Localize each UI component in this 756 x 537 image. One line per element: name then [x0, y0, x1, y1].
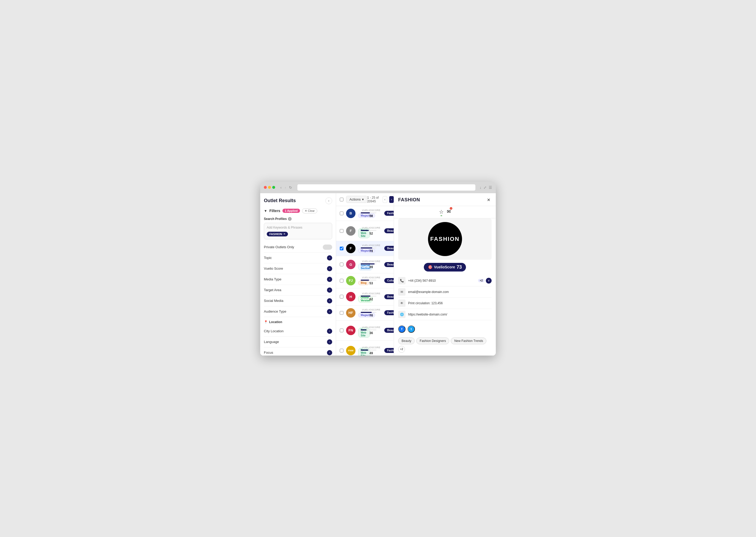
twitter-button[interactable]: t: [408, 325, 415, 333]
focus-chevron: ›: [327, 350, 332, 355]
vs-bar: [361, 329, 367, 330]
vs-number: 58: [361, 214, 382, 218]
outlet-checkbox[interactable]: [340, 329, 343, 332]
vs-label: VuelioScore: [361, 209, 382, 212]
outlet-checkbox[interactable]: [340, 295, 343, 299]
remove-keyword-button[interactable]: ✕: [283, 232, 285, 235]
outlet-row[interactable]: H HELLO! fashion Online Version VuelioSc…: [336, 288, 394, 306]
vs-bar: [361, 296, 371, 297]
filter-audience-type[interactable]: Audience Type ›: [264, 306, 332, 317]
panel-tag-fashion-designers[interactable]: Fashion Designers: [416, 338, 449, 344]
target-area-chevron: ›: [327, 287, 332, 293]
fashion-keyword-tag: FASHION ✕: [267, 232, 288, 236]
topic-tag: Fashion: [384, 211, 394, 216]
outlet-checkbox[interactable]: [340, 247, 343, 250]
outlet-row[interactable]: HF Hola Fashion Magazine VuelioScore 70 …: [336, 306, 394, 320]
maximize-traffic-light[interactable]: [272, 186, 275, 189]
vs-bar-wrap: [361, 296, 377, 297]
city-location-chevron: ›: [327, 329, 332, 334]
vuelio-score: VuelioScore 73: [361, 244, 382, 253]
panel-close-button[interactable]: ✕: [485, 197, 492, 203]
vs-bar-wrap: [361, 247, 377, 248]
sidebar-header: Outlet Results ‹: [264, 197, 332, 204]
audience-type-chevron: ›: [327, 309, 332, 314]
address-bar[interactable]: [298, 184, 475, 190]
keywords-placeholder[interactable]: Add Keywords & Phrases: [267, 226, 329, 229]
topic-tags: Fashion: [384, 310, 394, 315]
filter-media-type[interactable]: Media Type ›: [264, 274, 332, 285]
actions-button[interactable]: Actions ▾: [346, 196, 367, 203]
outlet-row[interactable]: G The Fashion Special Section VuelioScor…: [336, 256, 394, 273]
refresh-button[interactable]: ↻: [288, 185, 293, 190]
filter-language[interactable]: Language ›: [264, 337, 332, 348]
topic-tags: Fashion: [384, 211, 394, 216]
filter-focus[interactable]: Focus ›: [264, 348, 332, 355]
outlet-row[interactable]: F Fashion and Beauty Monitor News Web Si…: [336, 221, 394, 241]
phone-text: +44 (234) 567-8910: [408, 279, 475, 282]
select-all-checkbox[interactable]: [340, 198, 343, 201]
outlet-checkbox[interactable]: [340, 349, 343, 352]
filter-topic[interactable]: Topic ›: [264, 253, 332, 264]
vs-bar-wrap: [361, 312, 377, 313]
outlet-avatar: B: [346, 209, 355, 218]
private-outlets-toggle[interactable]: [323, 245, 332, 250]
back-button[interactable]: ‹: [279, 185, 283, 190]
sidebar-collapse-button[interactable]: ‹: [325, 197, 332, 204]
facebook-button[interactable]: f: [398, 325, 406, 333]
vuelio-score: VuelioScore 58: [361, 209, 382, 218]
download-icon[interactable]: ↓: [480, 186, 481, 189]
email-text: email@example-domain.com: [408, 290, 492, 294]
vs-bar-wrap: [361, 230, 377, 231]
outlet-row[interactable]: FNW Fashion Network News Web Site Vuelio…: [336, 341, 394, 355]
sidebar: Outlet Results ‹ ▼ Filters 1 Applied ✕ C…: [260, 193, 336, 355]
topic-tags: Beauty+4: [384, 246, 394, 251]
topic-tag: Culture: [384, 278, 394, 283]
vuelio-score-badge: 🎯 VuelioScore 73: [424, 263, 466, 271]
outlet-row[interactable]: B Fashion Insight Magazine VuelioScore 5…: [336, 206, 394, 221]
outlet-checkbox[interactable]: [340, 311, 343, 315]
vs-label: VuelioScore: [361, 309, 382, 311]
vs-number: 62: [361, 297, 382, 301]
target-icon: 🎯: [428, 265, 432, 269]
outlet-checkbox[interactable]: [340, 212, 343, 215]
main-content: Actions ▾ 1 - 25 of 20945 ‹ › Relevance …: [336, 193, 394, 355]
envelope-action-button[interactable]: ✉ •: [447, 209, 451, 216]
outlet-row[interactable]: FJ Fashion-J.com Blog VuelioScore 53 Cul…: [336, 273, 394, 288]
expand-phone-button[interactable]: ∨: [486, 278, 492, 284]
panel-tag-new-fashion-trends[interactable]: New Fashion Trends: [451, 338, 486, 344]
panel-tag-beauty[interactable]: Beauty: [398, 338, 415, 344]
menu-icon[interactable]: ☰: [489, 186, 492, 189]
vuelio-score: VuelioScore 70: [361, 309, 382, 317]
outlet-avatar: G: [346, 260, 355, 269]
outlet-checkbox[interactable]: [340, 279, 343, 282]
contact-circulation: 👁 Print circulation: 123,456: [398, 298, 492, 309]
keywords-box: Add Keywords & Phrases FASHION ✕: [264, 223, 332, 239]
vs-label: VuelioScore: [361, 227, 382, 229]
filter-city-location[interactable]: City Location ›: [264, 326, 332, 337]
applied-badge: 1 Applied: [282, 209, 300, 213]
outlet-row[interactable]: F FASHION Magazine VuelioScore 73 Beauty…: [336, 241, 394, 256]
expand-icon[interactable]: ⤢: [484, 186, 487, 189]
vuelio-score-panel: 🎯 VuelioScore 73: [398, 263, 492, 271]
outlet-row[interactable]: FN FASHION NORTH News Web Site VuelioSco…: [336, 320, 394, 341]
outlet-checkbox[interactable]: [340, 263, 343, 266]
forward-button[interactable]: ›: [284, 185, 287, 190]
panel-tags-extra[interactable]: +2: [398, 346, 405, 353]
filter-target-area[interactable]: Target Area ›: [264, 285, 332, 296]
filters-label: Filters: [269, 209, 280, 213]
next-page-button[interactable]: ›: [389, 196, 394, 203]
filter-social-media[interactable]: Social Media ›: [264, 296, 332, 306]
clear-filters-button[interactable]: ✕ Clear: [302, 208, 317, 213]
vs-bar-wrap: [361, 212, 377, 213]
panel-header: FASHION ✕: [394, 193, 496, 206]
outlet-checkbox[interactable]: [340, 229, 343, 233]
vuelio-score-label: Vuelio Score: [264, 267, 283, 270]
clear-x-icon: ✕: [305, 209, 307, 213]
envelope-icon: ✉ •: [447, 209, 451, 214]
minimize-traffic-light[interactable]: [268, 186, 271, 189]
star-action-button[interactable]: ☆: [439, 209, 444, 216]
prev-page-button[interactable]: ‹: [383, 196, 387, 203]
filter-vuelio-score[interactable]: Vuelio Score ›: [264, 264, 332, 274]
outlet-avatar: FN: [346, 326, 355, 335]
close-traffic-light[interactable]: [264, 186, 267, 189]
